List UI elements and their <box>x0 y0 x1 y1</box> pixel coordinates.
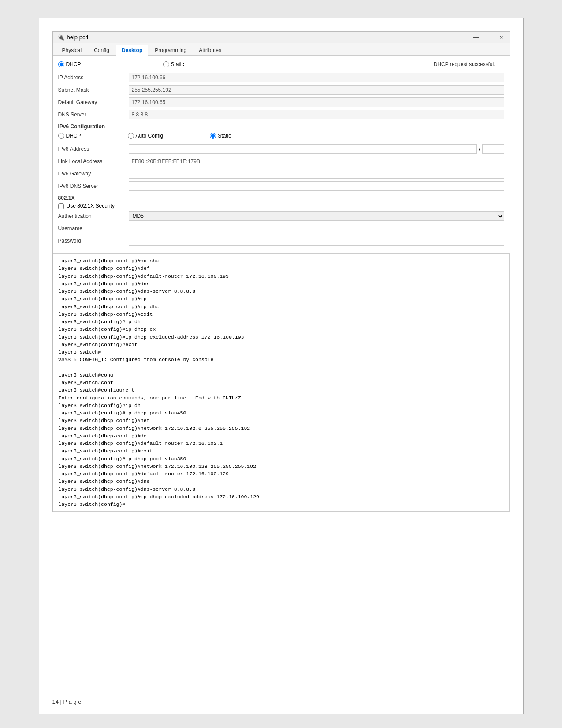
window-title-text: help pc4 <box>67 34 89 41</box>
ipv4-mode-row: DHCP Static DHCP request successful. <box>58 60 504 71</box>
ipv6-dhcp-radio[interactable] <box>58 133 64 139</box>
minimize-button[interactable]: — <box>471 34 480 41</box>
ipv6-dhcp-label: DHCP <box>66 133 81 139</box>
ipv4-radio-group: DHCP Static DHCP request successful. <box>58 61 504 67</box>
window-title: 🔌 help pc4 <box>57 34 89 41</box>
ipv6-address-label: IPv6 Address <box>58 146 129 152</box>
link-local-label: Link Local Address <box>58 158 129 164</box>
subnet-mask-input[interactable] <box>129 85 504 95</box>
subnet-mask-row: Subnet Mask <box>58 85 504 95</box>
content-area: DHCP Static DHCP request successful. IP … <box>53 56 510 252</box>
content-wrapper: DHCP Static DHCP request successful. IP … <box>53 56 510 512</box>
ip-address-input[interactable] <box>129 73 504 82</box>
default-gateway-input[interactable] <box>129 97 504 107</box>
ipv6-radio-group: DHCP Auto Config Static <box>58 133 504 139</box>
ipv6-prefix-input[interactable] <box>482 144 504 154</box>
link-local-input[interactable] <box>129 157 504 166</box>
page-number: 14 | P a g e <box>52 698 82 705</box>
password-input[interactable] <box>129 236 504 246</box>
ip-address-label: IP Address <box>58 75 129 81</box>
window-controls: — □ × <box>471 34 505 41</box>
tab-desktop[interactable]: Desktop <box>116 45 148 56</box>
ipv6-dns-row: IPv6 DNS Server <box>58 181 504 191</box>
tab-physical[interactable]: Physical <box>56 45 88 55</box>
ipv6-address-input[interactable] <box>129 144 477 154</box>
ipv6-static-radio-group[interactable]: Static <box>210 133 231 139</box>
static-radio-group[interactable]: Static <box>163 61 184 67</box>
dot1x-checkbox-row: Use 802.1X Security <box>58 203 504 209</box>
password-label: Password <box>58 238 129 244</box>
window-frame: 🔌 help pc4 — □ × Physical Config Desktop… <box>52 31 510 512</box>
ipv6-address-row: IPv6 Address / <box>58 144 504 154</box>
default-gateway-row: Default Gateway <box>58 97 504 108</box>
link-local-row: Link Local Address <box>58 156 504 167</box>
ipv6-auto-radio-group[interactable]: Auto Config <box>128 133 164 139</box>
ipv6-static-radio[interactable] <box>210 133 216 139</box>
dhcp-label: DHCP <box>66 61 81 67</box>
tab-attributes[interactable]: Attributes <box>193 45 227 55</box>
close-button[interactable]: × <box>498 34 505 41</box>
static-label: Static <box>171 61 184 67</box>
static-radio[interactable] <box>163 61 169 67</box>
ipv6-gateway-label: IPv6 Gateway <box>58 171 129 177</box>
dns-server-label: DNS Server <box>58 112 129 118</box>
ipv6-gateway-row: IPv6 Gateway <box>58 168 504 179</box>
ipv6-dhcp-radio-group[interactable]: DHCP <box>58 133 81 139</box>
username-input[interactable] <box>129 224 504 233</box>
auth-row: Authentication MD5 <box>58 211 504 221</box>
default-gateway-label: Default Gateway <box>58 99 129 105</box>
ipv6-dns-input[interactable] <box>129 181 504 191</box>
ip-address-row: IP Address <box>58 72 504 83</box>
dns-server-row: DNS Server <box>58 109 504 120</box>
terminal-area[interactable]: layer3_switch(dhcp-config)#no shut layer… <box>53 253 510 512</box>
dot1x-checkbox-label: Use 802.1X Security <box>67 203 115 209</box>
password-row: Password <box>58 235 504 246</box>
ipv6-section-header: IPv6 Configuration <box>58 123 504 130</box>
dot1x-checkbox[interactable] <box>58 203 64 209</box>
page-container: 🔌 help pc4 — □ × Physical Config Desktop… <box>39 18 524 714</box>
ipv6-auto-label: Auto Config <box>136 133 164 139</box>
dhcp-status: DHCP request successful. <box>434 61 495 67</box>
ipv6-gateway-input[interactable] <box>129 169 504 179</box>
dns-server-input[interactable] <box>129 110 504 119</box>
tab-config[interactable]: Config <box>88 45 115 55</box>
subnet-mask-label: Subnet Mask <box>58 87 129 93</box>
username-row: Username <box>58 223 504 234</box>
ipv6-mode-row: DHCP Auto Config Static <box>58 131 504 142</box>
window-titlebar: 🔌 help pc4 — □ × <box>53 32 510 43</box>
ipv6-dns-label: IPv6 DNS Server <box>58 183 129 189</box>
ipv6-auto-radio[interactable] <box>128 133 134 139</box>
app-icon: 🔌 <box>57 34 64 41</box>
tab-programming[interactable]: Programming <box>149 45 192 55</box>
auth-label: Authentication <box>58 213 129 219</box>
dhcp-radio-group[interactable]: DHCP <box>58 61 81 67</box>
tabs-bar: Physical Config Desktop Programming Attr… <box>53 43 510 56</box>
maximize-button[interactable]: □ <box>486 34 493 41</box>
dhcp-radio[interactable] <box>58 61 64 67</box>
ipv6-static-label: Static <box>218 133 231 139</box>
auth-select[interactable]: MD5 <box>129 211 504 221</box>
username-label: Username <box>58 225 129 231</box>
dot1x-section-header: 802.1X <box>58 195 504 201</box>
ipv6-address-inputs: / <box>129 144 504 154</box>
ipv6-slash: / <box>479 146 480 152</box>
